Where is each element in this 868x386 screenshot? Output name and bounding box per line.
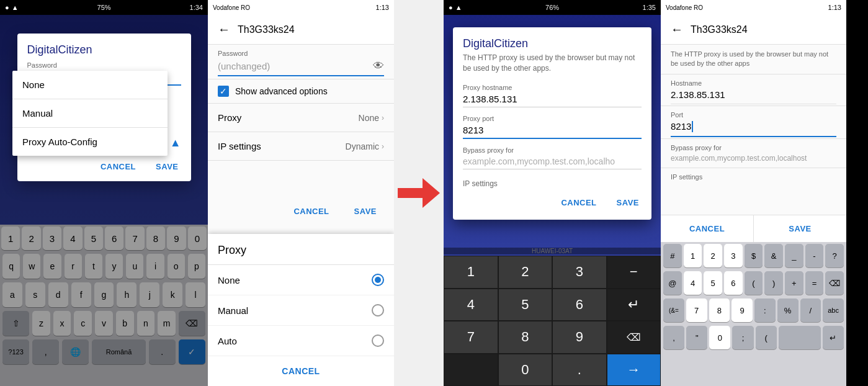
port-label-4: Port bbox=[671, 111, 836, 119]
battery-3: 76% bbox=[545, 4, 559, 11]
cancel-save-row-4: CANCEL SAVE bbox=[661, 215, 846, 242]
cursor bbox=[692, 121, 693, 132]
save-button-2[interactable]: SAVE bbox=[347, 202, 384, 221]
bluetooth-icon: ● bbox=[5, 4, 9, 11]
port-value-4[interactable]: 8213 bbox=[671, 119, 836, 137]
kb4-percent[interactable]: % bbox=[777, 298, 799, 322]
pass-input-2[interactable]: (unchanged) bbox=[218, 61, 373, 71]
port-value-3[interactable]: 8213 bbox=[463, 122, 642, 139]
kb4-at[interactable]: @ bbox=[663, 271, 682, 295]
kb4-dollar[interactable]: $ bbox=[745, 244, 763, 267]
cancel-button-4[interactable]: CANCEL bbox=[661, 215, 754, 242]
eye-icon[interactable]: 👁 bbox=[373, 60, 384, 73]
kb4-special-chars[interactable]: (&= bbox=[663, 298, 684, 322]
hostname-field-3: Proxy hostname 2.138.85.131 bbox=[453, 81, 651, 112]
time-3: 1:35 bbox=[643, 4, 656, 11]
proxy-none-row[interactable]: None bbox=[208, 265, 394, 295]
numpad-5[interactable]: 5 bbox=[498, 289, 553, 321]
kb4-2[interactable]: 2 bbox=[704, 244, 722, 267]
numpad-dot[interactable]: . bbox=[552, 354, 607, 387]
wifi-header-2: ← Th3G33ks24 bbox=[208, 15, 394, 45]
proxy-cancel-btn-3[interactable]: CANCEL bbox=[553, 193, 604, 212]
bypass-label-3: Bypass proxy for bbox=[463, 146, 642, 154]
proxy-save-btn-3[interactable]: SAVE bbox=[609, 193, 647, 212]
kb4-amp[interactable]: & bbox=[764, 244, 783, 267]
header-title-2: Th3G33ks24 bbox=[238, 24, 295, 35]
hostname-value-3[interactable]: 2.138.85.131 bbox=[463, 91, 642, 107]
proxy-auto-row[interactable]: Auto bbox=[208, 326, 394, 356]
kb4-1[interactable]: 1 bbox=[684, 244, 702, 267]
bypass-value-4[interactable]: example.com,mycomp.test.com,localhost bbox=[661, 153, 846, 168]
cancel-button-1[interactable]: CANCEL bbox=[93, 157, 143, 176]
kb4-enter[interactable]: ↵ bbox=[823, 326, 844, 349]
numpad-6[interactable]: 6 bbox=[552, 289, 607, 321]
p4-description: The HTTP proxy is used by the browser bu… bbox=[661, 45, 846, 74]
dropdown-none[interactable]: None bbox=[12, 71, 168, 99]
arrow-head bbox=[423, 178, 440, 208]
kb4-9[interactable]: 9 bbox=[732, 298, 753, 322]
numpad-8[interactable]: 8 bbox=[498, 321, 553, 354]
kb4-comma[interactable]: , bbox=[663, 326, 684, 349]
kb4-semicolon[interactable]: ; bbox=[732, 326, 753, 349]
dropdown-pac[interactable]: Proxy Auto-Config bbox=[12, 128, 168, 156]
ip-row-2[interactable]: IP settings Dynamic › bbox=[208, 132, 394, 161]
kb4-7[interactable]: 7 bbox=[686, 298, 707, 322]
kb4-underscore[interactable]: _ bbox=[785, 244, 803, 267]
save-button-4[interactable]: SAVE bbox=[754, 215, 846, 242]
save-button-1[interactable]: SAVE bbox=[148, 157, 186, 176]
proxy-none-label: None bbox=[218, 275, 240, 285]
numpad-next[interactable]: → bbox=[607, 354, 661, 387]
kb4-6[interactable]: 6 bbox=[724, 271, 743, 295]
kb4-hash[interactable]: # bbox=[663, 244, 682, 267]
kb4-abc[interactable]: abc bbox=[823, 298, 844, 322]
numpad-7[interactable]: 7 bbox=[444, 321, 498, 354]
advanced-checkbox[interactable]: ✓ bbox=[218, 86, 229, 97]
back-button-2[interactable]: ← bbox=[218, 22, 230, 37]
kb4-0-2[interactable]: 0 bbox=[709, 326, 730, 349]
kb4-dash[interactable]: - bbox=[805, 244, 824, 267]
proxy-dialog-3: DigitalCitizen The HTTP proxy is used by… bbox=[453, 27, 651, 220]
proxy-auto-radio[interactable] bbox=[372, 334, 384, 347]
advanced-options-row[interactable]: ✓ Show advanced options bbox=[208, 79, 394, 104]
numpad-backspace[interactable]: ⌫ bbox=[607, 321, 661, 354]
kb4-backspace[interactable]: ⌫ bbox=[825, 271, 844, 295]
kb4-4[interactable]: 4 bbox=[684, 271, 702, 295]
kb4-lparen2[interactable]: ( bbox=[756, 326, 777, 349]
proxy-manual-radio[interactable] bbox=[372, 304, 384, 316]
dropdown-manual[interactable]: Manual bbox=[12, 99, 168, 127]
proxy-none-radio[interactable] bbox=[372, 274, 384, 286]
time-4: 1:13 bbox=[828, 4, 841, 11]
proxy-cancel-button[interactable]: CANCEL bbox=[282, 366, 320, 376]
hostname-value-4[interactable]: 2.138.85.131 bbox=[671, 87, 836, 104]
numpad-1[interactable]: 1 bbox=[444, 256, 498, 289]
cancel-button-2[interactable]: CANCEL bbox=[286, 202, 336, 221]
kb4-lparen[interactable]: ( bbox=[745, 271, 763, 295]
kb4-3[interactable]: 3 bbox=[724, 244, 743, 267]
numpad-0[interactable]: 0 bbox=[498, 354, 553, 387]
kb4-8[interactable]: 8 bbox=[709, 298, 730, 322]
proxy-manual-row[interactable]: Manual bbox=[208, 295, 394, 326]
kb4-space[interactable] bbox=[779, 326, 821, 349]
numpad-9[interactable]: 9 bbox=[552, 321, 607, 354]
kb4-equals[interactable]: = bbox=[805, 271, 824, 295]
dialog-title-1: DigitalCitizen bbox=[17, 43, 191, 59]
kb4-plus[interactable]: + bbox=[785, 271, 803, 295]
numpad-4[interactable]: 4 bbox=[444, 289, 498, 321]
back-button-4[interactable]: ← bbox=[671, 22, 683, 37]
kb4-colon[interactable]: : bbox=[754, 298, 776, 322]
carrier-4: Vodafone RO bbox=[666, 4, 703, 11]
kb4-slash[interactable]: / bbox=[800, 298, 821, 322]
status-bar-3: ● ▲ 76% 1:35 bbox=[444, 0, 661, 15]
numpad-3[interactable]: 3 bbox=[552, 256, 607, 289]
kb4-rparen[interactable]: ) bbox=[764, 271, 783, 295]
kb4-question[interactable]: ? bbox=[825, 244, 844, 267]
numpad-2[interactable]: 2 bbox=[498, 256, 553, 289]
battery-text-1: 75% bbox=[97, 4, 111, 11]
numpad-minus[interactable]: − bbox=[607, 256, 661, 289]
advanced-label: Show advanced options bbox=[235, 86, 328, 96]
proxy-row-2[interactable]: Proxy None › bbox=[208, 104, 394, 132]
numpad-enter[interactable]: ↵ bbox=[607, 289, 661, 321]
bypass-input-3[interactable]: example.com,mycomp.test.com,localho bbox=[463, 154, 642, 169]
kb4-5[interactable]: 5 bbox=[704, 271, 722, 295]
kb4-quote[interactable]: " bbox=[686, 326, 707, 349]
